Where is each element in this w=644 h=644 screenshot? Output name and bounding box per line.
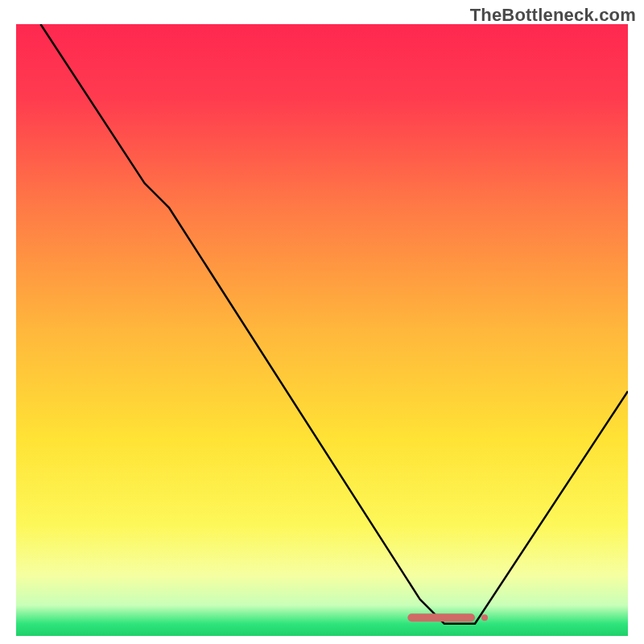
watermark-text: TheBottleneck.com [470,5,636,26]
chart-container: TheBottleneck.com [0,0,644,644]
series-optimal-marker [407,613,475,621]
chart-plot [16,24,628,636]
chart-background-gradient [16,24,628,636]
chart-svg [16,24,628,636]
series-optimal-marker-dot [481,614,488,621]
